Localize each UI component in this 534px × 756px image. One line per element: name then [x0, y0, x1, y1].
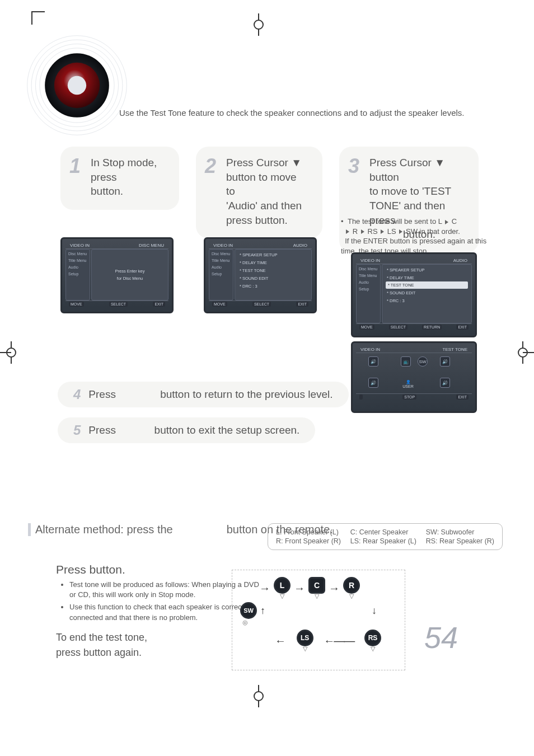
- speaker-icon: 🔊: [368, 356, 378, 367]
- note-seq: RS: [368, 227, 378, 236]
- legend-item: RS: Rear Speaker (R): [426, 537, 494, 545]
- osd-footer: MOVE SELECT EXIT: [65, 300, 168, 307]
- pill-text: button to return to the previous level.: [160, 388, 332, 400]
- osd-sidebar: Disc Menu Title Menu Audio Setup: [356, 264, 381, 323]
- osd-footer-item: MOVE: [212, 302, 227, 307]
- step-number: 3: [348, 154, 359, 178]
- step-line: Press Cursor ▼ button: [369, 157, 445, 183]
- osd-footer: MOVE SELECT RETURN EXIT: [356, 323, 472, 330]
- step-line: In Stop mode,: [91, 157, 157, 168]
- osd-footer: STOPEXIT: [356, 393, 472, 400]
- speaker-node: RS▽: [364, 630, 381, 652]
- step-line: 'Audio' and then: [226, 200, 302, 212]
- osd-speaker-grid: 🔊 📺 SW 🔊 🔊 🔊 👤USER: [356, 353, 472, 393]
- osd-disc-menu: VIDEO INDISC MENU Disc Menu Title Menu A…: [60, 237, 174, 313]
- osd-heading: TEST TONE: [443, 347, 467, 352]
- step-5: 5 Press button to exit the setup screen.: [58, 417, 315, 443]
- osd-title: VIDEO IN: [360, 347, 380, 352]
- arrow-right-icon: [361, 229, 364, 234]
- osd-title: VIDEO IN: [213, 243, 233, 248]
- osd-menu-item: * SOUND EDIT: [386, 289, 468, 297]
- arrow-right-icon: [381, 229, 384, 234]
- osd-footer-item: RETURN: [422, 325, 442, 330]
- osd-side-item: Title Menu: [210, 257, 232, 264]
- osd-center-line: Press Enter key: [115, 269, 145, 274]
- bullet: •: [341, 217, 344, 226]
- osd-footer-item: SELECT: [109, 302, 128, 307]
- crop-mark: [31, 11, 45, 25]
- osd-title: VIDEO IN: [70, 243, 90, 248]
- osd-side-item: Setup: [358, 286, 379, 293]
- arrow-right-icon: [346, 229, 349, 234]
- crop-mark: [247, 685, 270, 707]
- note-seq: LS: [387, 227, 396, 236]
- osd-sidebar: Disc Menu Title Menu Audio Setup: [65, 249, 90, 300]
- osd-menu-item: * SOUND EDIT: [238, 274, 308, 282]
- arrow-down-icon: ↓: [372, 605, 398, 617]
- osd-footer-item: SELECT: [252, 302, 271, 307]
- arrow-right-icon: →: [329, 582, 340, 595]
- speaker-node: C▽: [308, 577, 325, 600]
- intro-text: Use the Test Tone feature to check the s…: [119, 108, 465, 118]
- legend-item: LS: Rear Speaker (L): [350, 537, 416, 545]
- osd-footer: MOVE SELECT EXIT: [209, 300, 312, 307]
- osd-side-item: Disc Menu: [358, 266, 379, 273]
- step-number: 2: [205, 154, 216, 178]
- arrow-right-icon: →: [259, 582, 270, 595]
- osd-main: * SPEAKER SETUP * DELAY TIME * TEST TONE…: [235, 249, 312, 300]
- osd-footer-item: EXIT: [456, 325, 469, 330]
- speaker-icon: SW: [418, 356, 428, 367]
- crop-mark: [512, 341, 534, 364]
- svg-point-6: [68, 76, 86, 95]
- osd-menu-item: * DELAY TIME: [386, 274, 468, 281]
- speaker-node: SW: [240, 602, 257, 619]
- step-line: to move to 'TEST: [369, 185, 451, 197]
- osd-menu-item: * SPEAKER SETUP: [238, 251, 308, 259]
- note-line: in that order.: [420, 227, 460, 236]
- osd-heading: AUDIO: [293, 243, 307, 248]
- speaker-icon: 🔊: [440, 356, 450, 367]
- crop-mark: [0, 341, 22, 364]
- osd-menu-item: * TEST TONE: [238, 266, 308, 274]
- osd-menu-item: * DRC : 3: [386, 297, 468, 304]
- press-test-tone: Press button.: [56, 563, 125, 576]
- arrow-up-icon: ↑: [257, 605, 265, 617]
- legend-item: SW: Subwoofer: [426, 528, 494, 536]
- end-line: press button again.: [56, 647, 142, 658]
- step-line: button to move to: [226, 171, 297, 198]
- osd-side-item: Audio: [210, 264, 232, 271]
- legend-item: L: Front Speaker (L): [276, 528, 341, 536]
- osd-sidebar: Disc Menu Title Menu Audio Setup: [209, 249, 233, 300]
- speaker-node: L▽: [274, 577, 291, 600]
- osd-menu-item: * DELAY TIME: [238, 259, 308, 266]
- speaker-icon: 🔊: [440, 378, 450, 388]
- speaker-icon: 📺: [401, 356, 411, 367]
- crop-mark: [247, 13, 270, 36]
- osd-footer-item: STOP: [402, 395, 416, 400]
- test-tone-note: • The test tone will be sent to L C R RS…: [341, 217, 491, 256]
- arrow-right-icon: [445, 220, 448, 224]
- osd-footer-item: MOVE: [359, 325, 374, 330]
- arrow-left-icon: →: [275, 635, 286, 647]
- pill-text: button to exit the setup screen.: [154, 424, 300, 436]
- pill-text: Press: [88, 424, 116, 436]
- osd-test-tone: VIDEO INTEST TONE 🔊 📺 SW 🔊 🔊 🔊 👤USER STO…: [351, 341, 477, 413]
- osd-footer-item: EXIT: [153, 302, 165, 307]
- osd-audio-menu: VIDEO INAUDIO Disc Menu Title Menu Audio…: [204, 237, 317, 313]
- legend-item: R: Front Speaker (R): [276, 537, 341, 545]
- osd-side-item: Disc Menu: [210, 251, 232, 257]
- osd-footer-item: EXIT: [296, 302, 308, 307]
- osd-audio-highlight: VIDEO INAUDIO Disc Menu Title Menu Audio…: [351, 252, 477, 337]
- osd-side-item: Title Menu: [358, 273, 379, 279]
- osd-footer-item: MOVE: [69, 302, 84, 307]
- end-line: To end the test tone,: [56, 632, 147, 643]
- osd-side-item: Setup: [67, 271, 88, 278]
- osd-heading: AUDIO: [453, 258, 467, 263]
- osd-side-item: Title Menu: [67, 257, 88, 264]
- step-line: button.: [91, 185, 123, 197]
- speaker-node: R▽: [343, 577, 360, 600]
- speaker-legend: L: Front Speaker (L) R: Front Speaker (R…: [268, 523, 503, 550]
- osd-center-line: for Disc Menu: [117, 276, 143, 281]
- alt-text: Alternate method: press the: [35, 523, 173, 536]
- osd-footer-item: SELECT: [389, 325, 407, 330]
